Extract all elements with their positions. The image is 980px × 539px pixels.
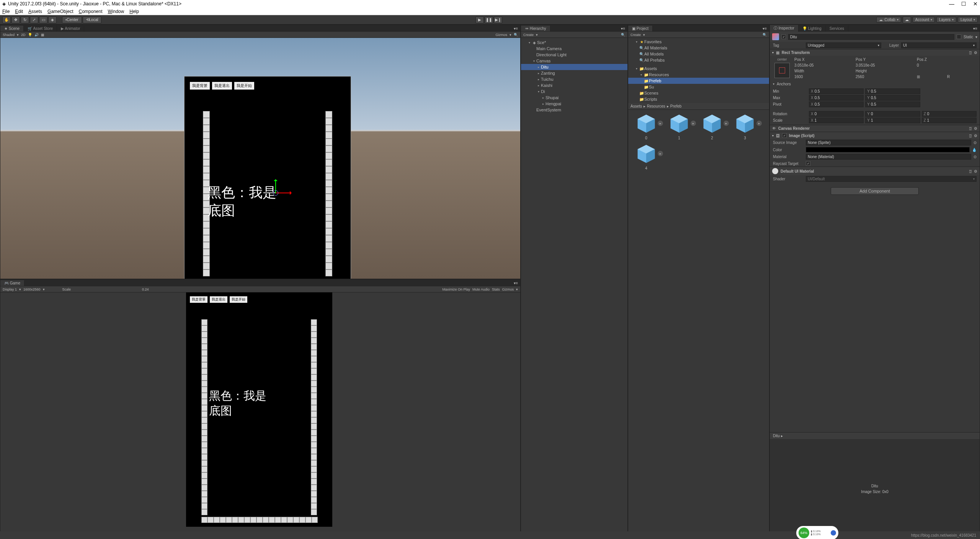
image-enabled-checkbox[interactable]: ✓ xyxy=(782,133,787,138)
gear-icon[interactable]: ⚙ xyxy=(974,169,977,173)
raycast-checkbox[interactable]: ✓ xyxy=(806,161,810,166)
object-picker-icon[interactable]: ⊙ xyxy=(973,155,977,159)
tab-asset-store[interactable]: 🛒 Asset Store xyxy=(24,26,57,31)
mute-toggle[interactable]: Mute Audio xyxy=(472,287,490,291)
tab-animator[interactable]: ▶ Animator xyxy=(57,26,84,31)
tag-dropdown[interactable]: Untagged xyxy=(806,42,881,48)
panel-menu-icon[interactable]: ▾≡ xyxy=(619,26,627,31)
asset-prefab[interactable]: ▸2 xyxy=(697,113,727,140)
layer-dropdown[interactable]: UI xyxy=(901,42,977,48)
panel-menu-icon[interactable]: ▾≡ xyxy=(511,281,520,285)
tree-item-di[interactable]: ▾Di xyxy=(521,88,627,95)
anchor-max-y[interactable]: Y0.5 xyxy=(865,95,920,101)
audio-toggle-icon[interactable]: 🔊 xyxy=(34,33,39,37)
search-icon[interactable]: 🔍 xyxy=(763,33,767,37)
scene-view[interactable]: 我是背景 我是退出 我是开始 黑色：我是底图 xyxy=(0,38,520,279)
game-view[interactable]: 我是背景 我是退出 我是开始 黑色：我是底图 xyxy=(0,292,520,539)
tree-item[interactable]: 📁Scripts xyxy=(628,96,769,102)
asset-prefab[interactable]: ▸3 xyxy=(730,113,760,140)
maximize-icon[interactable]: ☐ xyxy=(961,1,966,7)
asset-expand-icon[interactable]: ▸ xyxy=(756,121,762,126)
tab-inspector[interactable]: ⓘ Inspector xyxy=(770,25,799,32)
tree-item[interactable]: ▸Kaishi xyxy=(521,82,627,88)
tab-scene[interactable]: ★ Scene xyxy=(0,26,24,31)
height-field[interactable]: 2560 xyxy=(856,75,915,80)
anchor-max-x[interactable]: X0.5 xyxy=(809,95,864,101)
help-icon[interactable]: ⍰ xyxy=(969,169,972,173)
shader-dropdown[interactable]: UI/Default xyxy=(806,176,977,182)
help-icon[interactable]: ⍰ xyxy=(969,134,972,138)
favorites-node[interactable]: ▾★Favorites xyxy=(628,39,769,45)
tab-project[interactable]: ▣ Project xyxy=(628,26,653,31)
menu-help[interactable]: Help xyxy=(129,9,139,14)
help-icon[interactable]: ⍰ xyxy=(969,51,972,55)
account-dropdown[interactable]: Account xyxy=(913,17,935,23)
scene-button-3[interactable]: 我是开始 xyxy=(234,82,254,90)
move-tool-icon[interactable]: ✥ xyxy=(11,16,20,23)
tree-item[interactable]: ▸Zanting xyxy=(521,70,627,76)
visibility-icon[interactable]: 👁 xyxy=(772,126,776,131)
width-field[interactable]: 1600 xyxy=(794,75,854,80)
scale-x[interactable]: X1 xyxy=(809,118,864,123)
help-icon[interactable]: ⍰ xyxy=(969,126,972,131)
object-name-field[interactable]: Ditu xyxy=(788,34,954,40)
static-checkbox[interactable] xyxy=(957,34,961,39)
scene-button-2[interactable]: 我是退出 xyxy=(212,82,232,90)
posy-field[interactable]: 3.0518e-05 xyxy=(856,63,915,68)
tab-lighting[interactable]: 💡 Lighting xyxy=(799,26,826,31)
scene-button-1[interactable]: 我是背景 xyxy=(190,82,210,90)
tree-item[interactable]: ▸Shupai xyxy=(521,95,627,101)
preview-header[interactable]: Ditu ▸ xyxy=(770,432,980,439)
maximize-toggle[interactable]: Maximize On Play xyxy=(442,287,470,291)
material-field[interactable]: None (Material) xyxy=(806,154,971,160)
panel-menu-icon[interactable]: ▾≡ xyxy=(971,26,980,31)
move-gizmo-icon[interactable] xyxy=(265,180,287,203)
asset-prefab[interactable]: ▸0 xyxy=(631,113,661,140)
rot-z[interactable]: Z0 xyxy=(922,111,977,117)
search-icon[interactable]: 🔍 xyxy=(621,33,625,37)
layers-dropdown[interactable]: Layers xyxy=(936,17,956,23)
add-component-button[interactable]: Add Component xyxy=(831,187,919,195)
pivot-y[interactable]: Y0.5 xyxy=(865,101,920,107)
gear-icon[interactable]: ⚙ xyxy=(974,51,977,55)
layout-dropdown[interactable]: Layout xyxy=(958,17,978,23)
assets-node[interactable]: ▾📁Assets xyxy=(628,65,769,72)
menu-gameobject[interactable]: GameObject xyxy=(47,9,73,14)
scale-z[interactable]: Z1 xyxy=(922,118,977,123)
stats-toggle[interactable]: Stats xyxy=(492,287,500,291)
tree-item[interactable]: ▾📁Resources xyxy=(628,72,769,78)
breadcrumb-item[interactable]: Resources xyxy=(647,104,665,108)
project-create-dropdown[interactable]: Create xyxy=(630,33,641,37)
gear-icon[interactable]: ⚙ xyxy=(974,134,977,138)
play-button-icon[interactable]: ▶ xyxy=(475,16,484,23)
tree-item[interactable]: 🔍All Models xyxy=(628,51,769,57)
anchor-preset-button[interactable] xyxy=(774,63,790,78)
menu-window[interactable]: Window xyxy=(108,9,124,14)
resolution-dropdown[interactable]: 1600x2560 xyxy=(23,287,41,291)
scale-tool-icon[interactable]: ⤢ xyxy=(30,16,38,23)
gizmos-dropdown[interactable]: Gizmos xyxy=(495,33,507,37)
shaded-dropdown[interactable]: Shaded xyxy=(3,33,15,37)
hand-tool-icon[interactable]: ✋ xyxy=(2,16,11,23)
tab-hierarchy[interactable]: ≔ Hierarchy xyxy=(521,26,550,31)
display-dropdown[interactable]: Display 1 xyxy=(3,287,17,291)
tree-item[interactable]: Directional Light xyxy=(521,52,627,58)
tab-game[interactable]: 🎮 Game xyxy=(0,280,24,286)
color-field[interactable] xyxy=(806,147,970,152)
tree-item[interactable]: EventSystem xyxy=(521,107,627,113)
tree-item-canvas[interactable]: ▾Canvas xyxy=(521,58,627,64)
gizmos-toggle[interactable]: Gizmos xyxy=(502,287,514,291)
eyedropper-icon[interactable]: 💧 xyxy=(972,148,977,152)
component-arrow-icon[interactable]: ▾ xyxy=(772,51,774,54)
tree-item[interactable]: 📁Su xyxy=(628,84,769,90)
rotate-tool-icon[interactable]: ↻ xyxy=(21,16,29,23)
tree-item[interactable]: ▸Hengpai xyxy=(521,101,627,107)
fx-toggle-icon[interactable]: ▦ xyxy=(41,33,44,37)
rot-y[interactable]: Y0 xyxy=(865,111,920,117)
tree-scene-root[interactable]: ▾◈Sce* xyxy=(521,39,627,46)
pause-button-icon[interactable]: ❚❚ xyxy=(485,16,493,23)
menu-assets[interactable]: Assets xyxy=(28,9,42,14)
anchor-min-x[interactable]: X0.5 xyxy=(809,88,864,94)
rect-tool-icon[interactable]: ▭ xyxy=(39,16,47,23)
menu-file[interactable]: File xyxy=(2,9,10,14)
